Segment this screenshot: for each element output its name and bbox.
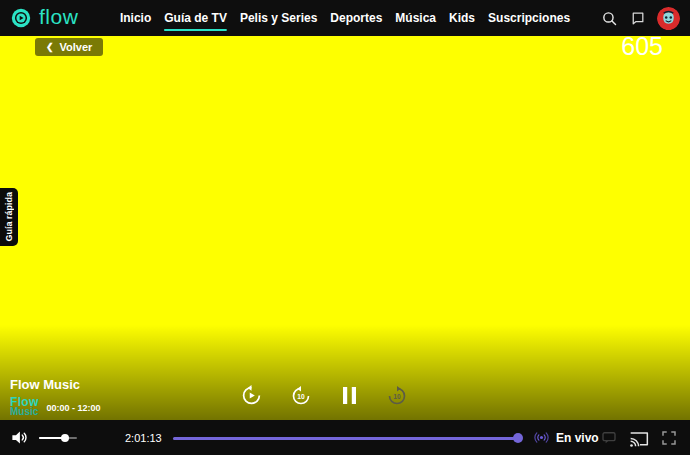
- chat-bubble-icon: [629, 10, 646, 27]
- progress-knob[interactable]: [513, 433, 523, 443]
- now-playing-info: Flow Music Flow Music 00:00 - 12:00: [10, 377, 101, 417]
- volume-track: [39, 437, 77, 439]
- elapsed-time: 2:01:13: [125, 432, 163, 444]
- volume-knob[interactable]: [61, 434, 69, 442]
- pause-icon: [341, 386, 358, 405]
- quick-guide-label: Guía rápida: [4, 192, 14, 242]
- cast-button[interactable]: [629, 429, 649, 447]
- nav-suscripciones[interactable]: Suscripciones: [488, 7, 570, 29]
- restart-button[interactable]: [241, 385, 262, 406]
- main-nav: Inicio Guía de TV Pelis y Series Deporte…: [120, 7, 570, 29]
- nav-deportes[interactable]: Deportes: [330, 7, 382, 29]
- channel-logo: Flow Music: [10, 396, 39, 417]
- bottom-control-bar: 2:01:13 En vivo: [0, 420, 690, 455]
- progress-track: [173, 437, 521, 440]
- avatar-monster-icon: [657, 7, 680, 30]
- fullscreen-icon: [660, 429, 678, 447]
- live-label: En vivo: [556, 431, 599, 445]
- comment-bubble-icon: [600, 429, 618, 447]
- progress-bar[interactable]: [173, 432, 521, 444]
- search-button[interactable]: [601, 10, 618, 27]
- topbar-right-actions: [601, 7, 680, 30]
- nav-guia-de-tv[interactable]: Guía de TV: [164, 7, 227, 29]
- volume-button[interactable]: [10, 428, 29, 447]
- nav-pelis-y-series[interactable]: Pelis y Series: [240, 7, 317, 29]
- schedule-time: 00:00 - 12:00: [47, 403, 101, 417]
- profile-avatar[interactable]: [657, 7, 680, 30]
- pause-button[interactable]: [341, 386, 358, 405]
- back-button-label: Volver: [60, 41, 93, 53]
- chevron-left-icon: ❮: [46, 43, 54, 52]
- playback-controls: 10 10: [241, 385, 407, 406]
- fullscreen-button[interactable]: [660, 429, 678, 447]
- player-overlay: Flow Music Flow Music 00:00 - 12:00: [0, 325, 690, 420]
- rewind-10-icon: 10: [291, 386, 311, 406]
- top-navigation-bar: flow Inicio Guía de TV Pelis y Series De…: [0, 0, 690, 36]
- flow-logo-icon: [10, 7, 32, 29]
- nav-inicio[interactable]: Inicio: [120, 7, 151, 29]
- progress-filled: [173, 437, 521, 440]
- cast-icon: [629, 429, 649, 447]
- messages-button[interactable]: [629, 10, 646, 27]
- nav-kids[interactable]: Kids: [449, 7, 475, 29]
- live-indicator[interactable]: En vivo: [533, 429, 599, 446]
- back-button[interactable]: ❮ Volver: [35, 38, 103, 56]
- now-playing-title: Flow Music: [10, 377, 101, 392]
- chat-button[interactable]: [600, 429, 618, 447]
- rewind-10-button[interactable]: 10: [291, 386, 311, 406]
- nav-musica[interactable]: Música: [395, 7, 436, 29]
- bottom-right-actions: [600, 429, 680, 447]
- channel-logo-line2: Music: [10, 407, 39, 417]
- app-window: flow Inicio Guía de TV Pelis y Series De…: [0, 0, 690, 455]
- forward-10-icon: 10: [387, 386, 407, 406]
- volume-slider[interactable]: [39, 432, 77, 444]
- live-broadcast-icon: [533, 429, 550, 446]
- volume-icon: [10, 428, 29, 447]
- video-player-screen[interactable]: ❮ Volver 605 Guía rápida Flow Music Flow…: [0, 36, 690, 420]
- quick-guide-tab[interactable]: Guía rápida: [0, 188, 18, 246]
- flow-logo[interactable]: flow: [10, 6, 78, 30]
- search-icon: [601, 10, 618, 27]
- svg-text:10: 10: [393, 392, 401, 399]
- channel-number: 605: [621, 32, 663, 61]
- forward-10-button[interactable]: 10: [387, 386, 407, 406]
- restart-icon: [241, 385, 262, 406]
- svg-text:10: 10: [298, 392, 306, 399]
- brand-name: flow: [39, 6, 78, 30]
